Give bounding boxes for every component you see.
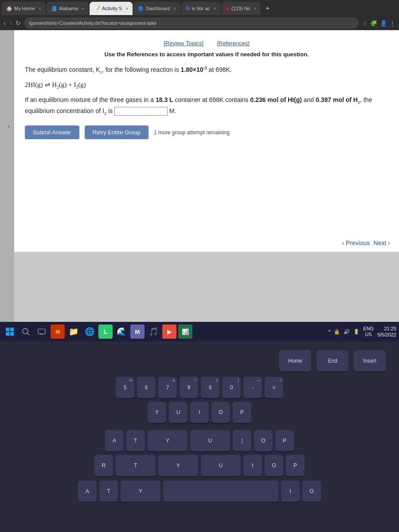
activity-close[interactable]: × <box>125 6 128 11</box>
key-p[interactable]: P <box>233 402 251 423</box>
key-y4[interactable]: Y <box>121 481 160 502</box>
submit-answer-button[interactable]: Submit Answer <box>25 125 79 139</box>
key-r[interactable]: R <box>94 455 113 476</box>
key-u[interactable]: U <box>169 402 188 423</box>
taskbar: ✉ 📁 🌐 L 🌊 M 🎵 ▶ 📊 ^ 🔒 🔊 🔋 ENG US 21:25 5… <box>0 322 399 341</box>
keyboard-area: Home End Insert % 5 6 & 7 * 8 ( 9 ) 0 <box>0 341 399 532</box>
mol-h2-value: 0.397 mol of H <box>316 96 358 103</box>
next-button[interactable]: Next › <box>374 239 390 246</box>
key-percent[interactable]: % 5 <box>116 377 134 398</box>
network-icon[interactable]: 🔒 <box>334 329 340 335</box>
key-home[interactable]: Home <box>279 350 311 372</box>
collapse-arrow[interactable]: ‹ <box>4 119 14 133</box>
question-part3: at 698K. <box>207 66 232 73</box>
key-i[interactable]: I <box>190 402 209 423</box>
key-minus[interactable]: — - <box>243 377 262 398</box>
taskbar-app2-icon[interactable]: ▶ <box>162 325 176 339</box>
myhome-icon: 🏠 <box>6 6 12 12</box>
key-rparen[interactable]: ) 0 <box>222 377 241 398</box>
tab-myhome[interactable]: 🏠 My Home × <box>2 2 46 15</box>
language-region[interactable]: ENG US <box>363 326 374 337</box>
battery-icon[interactable]: 🔋 <box>353 329 360 335</box>
key-y[interactable]: Y <box>148 402 166 423</box>
profile-icon[interactable]: 👤 <box>380 20 387 27</box>
tab-dashboard[interactable]: 🔵 Dashboard × <box>133 2 180 15</box>
myhome-close[interactable]: × <box>39 6 41 11</box>
key-insert[interactable]: Insert <box>354 350 386 372</box>
references-link[interactable]: [References] <box>217 40 250 47</box>
problem-text-5: is <box>106 107 113 114</box>
key-u2[interactable]: U <box>190 430 230 451</box>
taskbar-teams-icon[interactable]: M <box>130 325 145 339</box>
key-y3[interactable]: Y <box>158 455 198 476</box>
key-asterisk[interactable]: * 8 <box>180 377 198 398</box>
menu-icon[interactable]: ⋮ <box>390 20 395 27</box>
key-end[interactable]: End <box>317 350 348 372</box>
key-t3[interactable]: T <box>99 481 118 502</box>
keyboard-spacebar-row: A T Y I O <box>4 481 395 502</box>
key-u3[interactable]: U <box>201 455 241 476</box>
browser-action-icons: ☆ 🧩 👤 ⋮ <box>362 20 395 27</box>
key-lparen[interactable]: ( 9 <box>201 377 219 398</box>
taskbar-taskview-button[interactable] <box>35 325 49 339</box>
key-ampersand[interactable]: & 7 <box>158 377 177 398</box>
key-i4[interactable]: I <box>281 481 300 502</box>
key-i3[interactable]: I <box>243 455 262 476</box>
tab-youtube[interactable]: ▶ (123) No × <box>222 2 261 15</box>
taskbar-folder-icon[interactable]: 📁 <box>66 325 81 339</box>
key-caret[interactable]: 6 <box>137 377 156 398</box>
youtube-close[interactable]: × <box>254 6 256 11</box>
key-equals[interactable]: + = <box>265 377 283 398</box>
google-close[interactable]: × <box>214 6 216 11</box>
volume-icon[interactable]: 🔊 <box>344 329 350 335</box>
key-a2[interactable]: A <box>78 481 97 502</box>
key-p3[interactable]: P <box>286 455 305 476</box>
address-input[interactable] <box>24 18 359 28</box>
taskbar-search-button[interactable] <box>19 325 33 339</box>
new-tab-button[interactable]: + <box>262 3 273 14</box>
extensions-icon[interactable]: 🧩 <box>370 20 377 27</box>
back-button[interactable]: ‹ <box>4 19 6 27</box>
taskbar-edge-icon[interactable]: 🌐 <box>82 325 97 339</box>
tab-activity[interactable]: 📝 Activity S × <box>90 2 133 15</box>
tab-google[interactable]: G is hbr ac × <box>181 2 221 15</box>
dashboard-close[interactable]: × <box>173 6 176 11</box>
key-o2[interactable]: O <box>254 430 273 451</box>
key-t2[interactable]: T <box>116 455 156 476</box>
alabama-close[interactable]: × <box>82 6 84 11</box>
key-pipe[interactable]: | <box>233 430 251 451</box>
youtube-label: (123) No <box>231 6 250 11</box>
refresh-button[interactable]: ↻ <box>16 20 21 27</box>
region-code: US <box>363 332 374 337</box>
question-instruction: Use the References to access important v… <box>25 51 388 58</box>
system-clock[interactable]: 21:25 5/5/2022 <box>377 325 396 338</box>
key-o4[interactable]: O <box>302 481 321 502</box>
tab-alabama[interactable]: 📘 Alabama × <box>47 2 89 15</box>
key-t[interactable]: T <box>126 430 145 451</box>
key-o3[interactable]: O <box>265 455 283 476</box>
tray-chevron-icon[interactable]: ^ <box>328 329 330 334</box>
taskbar-mail-icon[interactable]: ✉ <box>51 325 65 339</box>
key-y2[interactable]: Y <box>148 430 188 451</box>
taskbar-app1-icon[interactable]: L <box>98 325 113 339</box>
review-topics-link[interactable]: [Review Topics] <box>164 40 203 47</box>
myhome-label: My Home <box>14 6 35 11</box>
key-o[interactable]: O <box>211 402 230 423</box>
taskbar-music-icon[interactable]: 🎵 <box>146 325 160 339</box>
chevron-left-icon: ‹ <box>342 239 344 246</box>
taskbar-excel-icon[interactable]: 📊 <box>178 325 192 339</box>
bookmark-icon[interactable]: ☆ <box>362 20 368 27</box>
previous-button[interactable]: ‹ Previous <box>342 239 370 246</box>
key-p2[interactable]: P <box>275 430 294 451</box>
retry-group-button[interactable]: Retry Entire Group <box>85 125 149 139</box>
chevron-right-icon: › <box>388 239 390 246</box>
reaction-equation: 2HI(g) ⇌ H2(g) + I2(g) <box>25 81 388 90</box>
navigation-buttons: ‹ Previous Next › <box>342 239 390 246</box>
windows-start-button[interactable] <box>3 325 17 339</box>
concentration-answer-input[interactable] <box>114 107 168 116</box>
keyboard-row-bottom: A T Y U | O P <box>4 430 395 451</box>
forward-button[interactable]: › <box>9 19 12 27</box>
taskbar-browser-icon[interactable]: 🌊 <box>114 325 129 339</box>
key-space[interactable] <box>163 481 278 502</box>
key-a-row[interactable]: A <box>105 430 124 451</box>
